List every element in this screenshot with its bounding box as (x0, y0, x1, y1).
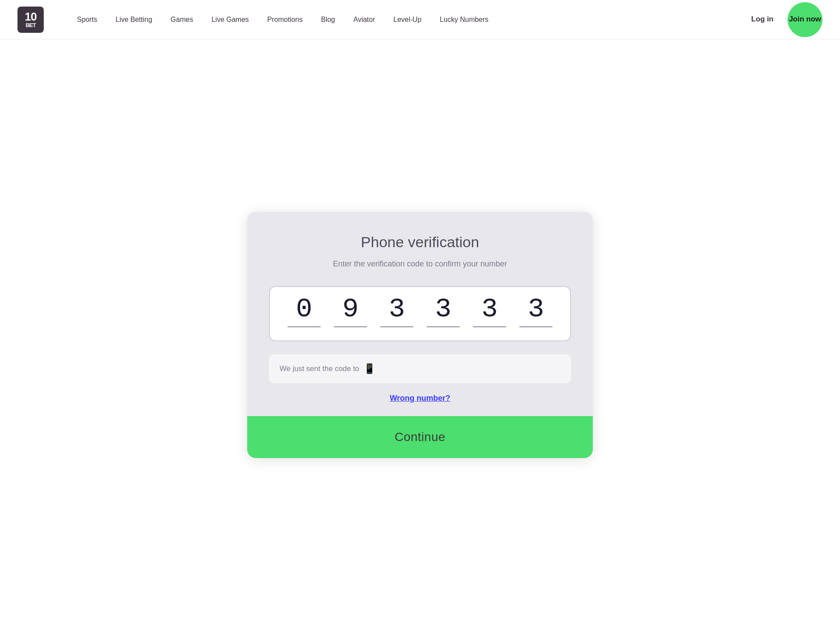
main-nav: Sports Live Betting Games Live Games Pro… (70, 12, 744, 27)
nav-item-aviator[interactable]: Aviator (346, 12, 382, 27)
nav-item-games[interactable]: Games (164, 12, 200, 27)
logo-box: 10 BET (18, 7, 44, 33)
otp-digit-5: 3 (469, 296, 511, 327)
otp-underline-3 (380, 326, 414, 327)
logo-text-bet: BET (25, 22, 35, 28)
logo[interactable]: 10 BET (18, 7, 44, 33)
otp-digit-1: 0 (283, 296, 325, 327)
header: 10 BET Sports Live Betting Games Live Ga… (0, 0, 840, 39)
sent-code-text: We just sent the code to (280, 364, 359, 373)
nav-item-level-up[interactable]: Level-Up (386, 12, 428, 27)
otp-underline-6 (519, 326, 553, 327)
sent-code-info: We just sent the code to 📱 (269, 354, 571, 383)
continue-button[interactable]: Continue (247, 416, 593, 458)
phone-icon: 📱 (364, 363, 375, 374)
otp-underline-4 (427, 326, 460, 327)
login-button[interactable]: Log in (744, 11, 780, 27)
nav-item-lucky-numbers[interactable]: Lucky Numbers (433, 12, 495, 27)
wrong-number-link[interactable]: Wrong number? (390, 394, 451, 402)
otp-input-container[interactable]: 0 9 3 3 3 3 (269, 286, 571, 341)
phone-verification-modal: Phone verification Enter the verificatio… (247, 212, 593, 458)
nav-item-blog[interactable]: Blog (314, 12, 342, 27)
otp-digit-4: 3 (422, 296, 464, 327)
nav-item-promotions[interactable]: Promotions (260, 12, 310, 27)
join-now-button[interactable]: Join now (788, 2, 822, 37)
nav-item-sports[interactable]: Sports (70, 12, 104, 27)
modal-subtitle: Enter the verification code to confirm y… (269, 259, 571, 269)
main-content: Phone verification Enter the verificatio… (0, 39, 840, 630)
modal-title: Phone verification (269, 234, 571, 251)
otp-digit-3: 3 (376, 296, 418, 327)
nav-item-live-games[interactable]: Live Games (204, 12, 256, 27)
otp-digit-2: 9 (329, 296, 371, 327)
otp-underline-5 (473, 326, 507, 327)
wrong-number-section: Wrong number? (269, 394, 571, 403)
logo-text-10: 10 (25, 11, 37, 22)
otp-underline-2 (334, 326, 368, 327)
nav-item-live-betting[interactable]: Live Betting (108, 12, 159, 27)
otp-underline-1 (287, 326, 321, 327)
header-actions: Log in Join now (744, 2, 822, 37)
otp-digit-6: 3 (515, 296, 557, 327)
